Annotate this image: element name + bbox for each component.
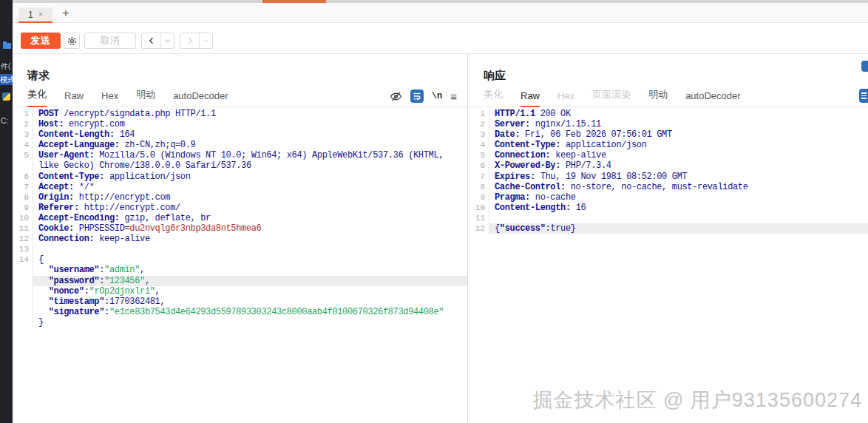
- code-line-content: Host: encrypt.com: [33, 119, 467, 129]
- code-line: 12Connection: keep-alive: [13, 234, 467, 244]
- chevron-right-icon: [186, 36, 194, 45]
- view-tab-Hex[interactable]: Hex: [101, 90, 118, 107]
- response-editor[interactable]: 1HTTP/1.1 200 OK2Server: nginx/1.15.113D…: [469, 107, 868, 234]
- line-number: 4: [469, 140, 489, 150]
- code-line: 6Content-Type: application/json: [13, 172, 467, 182]
- code-line-content: POST /encrypt/signdata.php HTTP/1.1: [33, 109, 467, 119]
- line-number: [13, 265, 33, 275]
- clipped-menu-button-icon[interactable]: [859, 89, 868, 103]
- code-line-content: "username":"admin",: [33, 265, 467, 275]
- code-line: 12{"success":true}: [469, 223, 868, 234]
- code-line: like Gecko) Chrome/138.0.0.0 Safari/537.…: [13, 160, 467, 171]
- cancel-button[interactable]: 取消: [84, 33, 136, 49]
- line-number: 9: [13, 203, 33, 213]
- view-tab-页面渲染: 页面渲染: [592, 88, 631, 107]
- line-number: 12: [13, 234, 33, 244]
- view-tab-autoDecoder[interactable]: autoDecoder: [173, 90, 228, 107]
- history-back-group: [141, 33, 174, 49]
- code-line: 9Pragma: no-cache: [469, 192, 868, 203]
- code-line-content: HTTP/1.1 200 OK: [489, 109, 868, 119]
- line-number: [13, 297, 33, 307]
- code-line: 8Cache-Control: no-store, no-cache, must…: [469, 182, 868, 192]
- code-line: 10Content-Length: 16: [469, 203, 868, 213]
- view-tab-明动[interactable]: 明动: [648, 88, 668, 107]
- code-line: 1HTTP/1.1 200 OK: [469, 109, 868, 119]
- line-number: 11: [13, 223, 33, 234]
- word-wrap-toggle[interactable]: [410, 89, 424, 103]
- line-number: 6: [469, 160, 489, 171]
- newline-icon[interactable]: \n: [432, 91, 442, 101]
- gear-icon: [67, 35, 78, 47]
- code-line-content: Content-Length: 164: [33, 129, 467, 140]
- menu-icon[interactable]: ≡: [450, 91, 457, 102]
- line-number: 7: [13, 182, 33, 192]
- clipped-button-icon[interactable]: [861, 61, 868, 72]
- view-tab-美化[interactable]: 美化: [27, 88, 47, 107]
- code-line-content: Accept-Encoding: gzip, deflate, br: [33, 213, 467, 223]
- settings-button[interactable]: [64, 33, 80, 49]
- code-line: 5Connection: keep-alive: [469, 150, 868, 160]
- line-number: 13: [13, 244, 33, 254]
- code-line-content: Pragma: no-cache: [489, 192, 868, 203]
- code-line-content: }: [33, 317, 467, 328]
- line-number: 4: [13, 140, 33, 150]
- code-line: "nonce":"rOp2djnxlri",: [13, 286, 467, 297]
- background-menu-fragment: 件(: [1, 61, 10, 72]
- watermark: 掘金技术社区 @ 用户93135600274: [532, 387, 862, 413]
- code-line-content: X-Powered-By: PHP/7.3.4: [489, 160, 868, 171]
- view-tab-Raw[interactable]: Raw: [521, 90, 540, 107]
- line-number: 12: [469, 223, 489, 234]
- background-selected-item: 模式: [0, 74, 13, 85]
- line-number: 1: [469, 109, 489, 119]
- request-editor[interactable]: 1POST /encrypt/signdata.php HTTP/1.12Hos…: [13, 107, 467, 328]
- code-line-content: Connection: keep-alive: [33, 234, 467, 244]
- code-line-content: User-Agent: Mozilla/5.0 (Windows NT 10.0…: [33, 150, 467, 160]
- line-number: 3: [469, 129, 489, 140]
- code-line: 11Cookie: PHPSESSID=du2nvqlg6r3nbp3da8nt…: [13, 223, 467, 234]
- app-window: 1 × + 发送 取消: [13, 0, 868, 423]
- code-line: 4Accept-Language: zh-CN,zh;q=0.9: [13, 140, 467, 150]
- code-line: 10Accept-Encoding: gzip, deflate, br: [13, 213, 467, 223]
- view-tab-明动[interactable]: 明动: [136, 88, 155, 107]
- code-line-content: "nonce":"rOp2djnxlri",: [33, 286, 467, 297]
- send-button[interactable]: 发送: [21, 33, 61, 49]
- code-line: 7Expires: Thu, 19 Nov 1981 08:52:00 GMT: [469, 172, 868, 182]
- add-tab-button[interactable]: +: [58, 5, 74, 21]
- back-button[interactable]: [142, 33, 161, 48]
- response-view-tabs: 美化RawHex页面渲染明动autoDecoder: [469, 88, 868, 107]
- code-line: 4Content-Type: application/json: [469, 140, 868, 150]
- code-line: 3Date: Fri, 06 Feb 2026 07:56:01 GMT: [469, 129, 868, 140]
- code-line: 9Referer: http://encrypt.com/: [13, 203, 467, 213]
- code-line: 11: [469, 213, 868, 223]
- eye-off-icon[interactable]: [390, 90, 402, 103]
- line-number: 5: [469, 150, 489, 160]
- line-number: 8: [469, 182, 489, 192]
- code-line: 8Origin: http://encrypt.com: [13, 192, 467, 203]
- code-line: 5User-Agent: Mozilla/5.0 (Windows NT 10.…: [13, 150, 467, 160]
- code-line-content: Expires: Thu, 19 Nov 1981 08:52:00 GMT: [489, 172, 868, 182]
- python-icon: [2, 92, 10, 101]
- code-line-content: [33, 244, 467, 254]
- chevron-down-icon: [164, 37, 172, 44]
- close-icon[interactable]: ×: [38, 10, 43, 18]
- line-number: 2: [13, 119, 33, 129]
- view-tab-Hex: Hex: [557, 90, 574, 107]
- back-dropdown-button[interactable]: [161, 33, 174, 48]
- response-panel: 响应 美化RawHex页面渲染明动autoDecoder 1HTTP/1.1 2…: [469, 54, 868, 423]
- response-title: 响应: [484, 69, 868, 83]
- view-tab-Raw[interactable]: Raw: [64, 90, 84, 107]
- wrap-icon: [413, 92, 421, 101]
- line-number: [13, 276, 33, 286]
- code-line: 2Host: encrypt.com: [13, 119, 467, 129]
- request-panel: 请求 美化RawHex明动autoDecoder \n ≡: [13, 54, 468, 423]
- forward-button[interactable]: [180, 33, 200, 48]
- forward-dropdown-button[interactable]: [200, 33, 212, 48]
- history-forward-group: [180, 33, 213, 49]
- line-number: 14: [13, 254, 33, 265]
- chevron-left-icon: [147, 36, 156, 45]
- session-tab[interactable]: 1 ×: [18, 7, 52, 23]
- line-number: 3: [13, 129, 33, 140]
- code-line-content: Content-Length: 16: [489, 203, 868, 213]
- code-line-content: "timestamp":1770362481,: [33, 297, 467, 307]
- view-tab-autoDecoder[interactable]: autoDecoder: [685, 90, 740, 107]
